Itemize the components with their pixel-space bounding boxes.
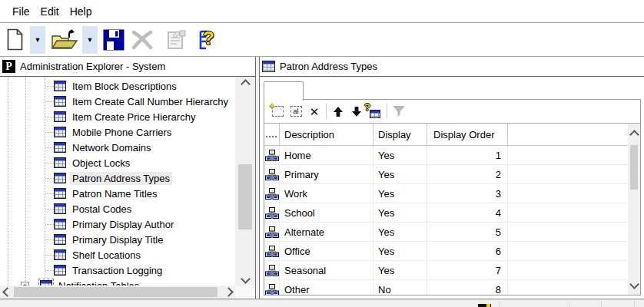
- column-header-display[interactable]: Display: [373, 124, 427, 145]
- delete-record-button[interactable]: ✕: [305, 103, 324, 120]
- table-row-alternate[interactable]: Alternate Yes 5: [264, 223, 640, 242]
- cell-display: Yes: [373, 242, 427, 260]
- table-row-school[interactable]: School Yes 4: [264, 203, 640, 223]
- status-bar: [0, 299, 644, 307]
- tree-item-network-domains[interactable]: Network Domains: [0, 140, 235, 155]
- column-header-icon[interactable]: ....: [264, 124, 280, 145]
- new-record-icon: ✦: [272, 106, 284, 117]
- tree-item-label: Primary Display Title: [70, 233, 165, 246]
- scroll-down-arrow-icon[interactable]: [628, 279, 640, 289]
- tree-horizontal-scrollbar[interactable]: [0, 286, 235, 299]
- scroll-down-arrow-icon[interactable]: [235, 274, 255, 283]
- tree-item-primary-display-title[interactable]: Primary Display Title: [0, 232, 235, 247]
- cell-display: Yes: [373, 184, 427, 203]
- table-row-work[interactable]: Work Yes 3: [264, 184, 640, 203]
- table-icon: [54, 188, 66, 199]
- properties-icon: [167, 29, 187, 50]
- open-dropdown-button[interactable]: ▼: [82, 26, 98, 54]
- tree-item-object-locks[interactable]: Object Locks: [0, 155, 235, 170]
- menu-edit[interactable]: Edit: [35, 4, 65, 19]
- column-header-description[interactable]: Description: [280, 124, 373, 145]
- tree-item-label: Shelf Locations: [70, 249, 143, 262]
- table-row-home[interactable]: Home Yes 1: [264, 146, 640, 165]
- save-button[interactable]: [103, 25, 124, 54]
- cell-filler: [508, 203, 640, 222]
- cell-description: Alternate: [280, 223, 373, 241]
- table-row-primary[interactable]: Primary Yes 2: [264, 165, 640, 184]
- new-button[interactable]: [6, 25, 24, 54]
- tree-item-item-block-descriptions[interactable]: Item Block Descriptions: [0, 78, 235, 94]
- delete-x-icon: [131, 30, 154, 50]
- tree-vertical-scrollbar[interactable]: [235, 77, 255, 286]
- cell-display-order: 4: [427, 203, 508, 222]
- tree-item-label: Item Block Descriptions: [70, 80, 179, 93]
- move-down-button[interactable]: [347, 103, 366, 120]
- tree-item-postal-codes[interactable]: Postal Codes: [0, 201, 235, 216]
- tree-item-label: Primary Display Author: [70, 218, 176, 231]
- menu-file[interactable]: File: [7, 4, 35, 19]
- scroll-up-arrow-icon[interactable]: [235, 79, 255, 88]
- tree-item-item-create-call-number-hierarchy[interactable]: Item Create Call Number Hierarchy: [0, 94, 235, 109]
- rename-record-button[interactable]: al: [287, 103, 305, 120]
- delete-button: [131, 25, 154, 54]
- tree-item-item-create-price-hierarchy[interactable]: Item Create Price Hierarchy: [0, 109, 235, 124]
- tree-item-label: Notification Tables: [56, 279, 141, 286]
- network-icon: [264, 203, 280, 222]
- table-scrollbar-thumb[interactable]: [630, 145, 638, 190]
- tree-item-label: Patron Address Types: [70, 172, 172, 185]
- scroll-right-arrow-icon[interactable]: [224, 286, 233, 299]
- right-panel-title: Patron Address Types: [280, 61, 377, 72]
- cell-description: Work: [280, 184, 373, 203]
- cell-display-order: 8: [427, 280, 508, 295]
- open-button[interactable]: [51, 25, 78, 54]
- help-button[interactable]: ?: [198, 25, 211, 54]
- tree-item-patron-address-types[interactable]: Patron Address Types: [0, 170, 235, 186]
- menu-help[interactable]: Help: [65, 4, 98, 19]
- scroll-up-arrow-icon[interactable]: [628, 130, 640, 139]
- scroll-left-arrow-icon[interactable]: [2, 286, 12, 299]
- main-toolbar: ▼ ▼: [0, 23, 644, 57]
- tree-hscrollbar-thumb[interactable]: [14, 287, 217, 297]
- column-header-display-order[interactable]: Display Order: [427, 124, 508, 145]
- save-floppy-icon: [103, 29, 124, 51]
- move-up-button[interactable]: [329, 103, 347, 120]
- tree-item-notification-tables[interactable]: + Notification Tables: [0, 278, 235, 286]
- table-icon: [54, 249, 66, 260]
- move-up-icon: [333, 106, 344, 117]
- cell-display: Yes: [373, 261, 427, 279]
- cell-filler: [508, 261, 640, 279]
- table-row-office[interactable]: Office Yes 6: [264, 242, 640, 261]
- tree-scrollbar-thumb[interactable]: [238, 164, 252, 229]
- table-help-button[interactable]: ?: [366, 103, 384, 120]
- cell-display: Yes: [373, 223, 427, 241]
- network-icon: [264, 242, 280, 260]
- network-icon: [264, 184, 280, 203]
- table-icon: [54, 81, 66, 91]
- cell-display: No: [373, 280, 427, 295]
- table-row-seasonal[interactable]: Seasonal Yes 7: [264, 261, 640, 280]
- patron-address-types-panel: Patron Address Types ✦ al ✕: [260, 57, 644, 299]
- table-icon: [54, 219, 66, 229]
- rename-record-icon: al: [290, 106, 302, 117]
- administration-explorer-panel: P Administration Explorer - System Item …: [0, 57, 255, 299]
- cell-display-order: 6: [427, 242, 508, 260]
- menu-bar: File Edit Help: [0, 0, 644, 23]
- tree-item-patron-name-titles[interactable]: Patron Name Titles: [0, 186, 235, 201]
- left-panel-title: Administration Explorer - System: [20, 61, 165, 72]
- tab-blank[interactable]: [264, 81, 304, 101]
- table-row-other[interactable]: Other No 8: [264, 280, 640, 295]
- table-vertical-scrollbar[interactable]: [628, 124, 640, 295]
- new-record-button[interactable]: ✦: [268, 103, 287, 120]
- status-icon-fragment: [478, 304, 491, 307]
- cell-display: Yes: [373, 165, 427, 183]
- tree-item-mobile-phone-carriers[interactable]: Mobile Phone Carriers: [0, 124, 235, 140]
- tree-item-label: Transaction Logging: [70, 264, 164, 277]
- tree-item-transaction-logging[interactable]: Transaction Logging: [0, 262, 235, 278]
- table-icon: [54, 142, 66, 153]
- new-dropdown-button[interactable]: ▼: [30, 26, 45, 54]
- toolbar-separator: [326, 104, 327, 119]
- tree-item-primary-display-author[interactable]: Primary Display Author: [0, 216, 235, 232]
- tree-item-shelf-locations[interactable]: Shelf Locations: [0, 247, 235, 262]
- tree-item-label: Mobile Phone Carriers: [70, 126, 174, 139]
- network-icon: [264, 223, 280, 241]
